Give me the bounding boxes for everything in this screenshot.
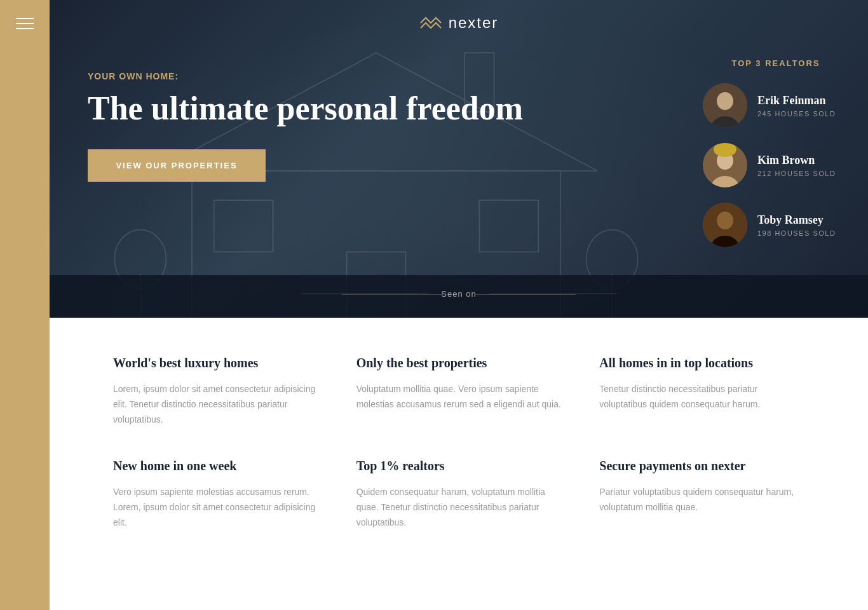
feature-text-1: Voluptatum mollitia quae. Vero ipsum sap…	[356, 382, 562, 412]
realtor-name-1: Erik Feinman	[757, 94, 836, 107]
realtors-panel: TOP 3 REALTORS Erik Feinman 245 HOUSES S…	[684, 46, 868, 275]
realtor-info-3: Toby Ramsey 198 HOUSES SOLD	[757, 214, 836, 237]
logo-text: nexter	[449, 14, 499, 32]
avatar-svg-1	[703, 83, 747, 128]
feature-title-0: World's best luxury homes	[113, 356, 318, 370]
main-wrapper: nexter YOUR OWN HOME: The ultimate perso…	[50, 0, 868, 569]
hamburger-line-1	[16, 18, 34, 19]
realtor-info-2: Kim Brown 212 HOUSES SOLD	[757, 154, 836, 177]
feature-title-1: Only the best properties	[356, 356, 562, 370]
feature-item-1: Only the best properties Voluptatum moll…	[356, 356, 562, 427]
realtor-avatar-3	[703, 203, 747, 247]
feature-title-5: Secure payments on nexter	[599, 459, 804, 473]
hero-subtitle: YOUR OWN HOME:	[88, 71, 646, 81]
realtor-avatar-1	[703, 83, 747, 128]
feature-item-3: New home in one week Vero ipsum sapiente…	[113, 459, 318, 530]
hero-content: YOUR OWN HOME: The ultimate personal fre…	[50, 46, 868, 275]
realtor-name-2: Kim Brown	[757, 154, 836, 167]
seen-on-bar: Seen on	[50, 275, 868, 313]
logo-arrows-icon	[419, 13, 442, 33]
cta-button[interactable]: VIEW OUR PROPERTIES	[88, 149, 266, 182]
feature-title-3: New home in one week	[113, 459, 318, 473]
feature-text-3: Vero ipsum sapiente molestias accusamus …	[113, 485, 318, 530]
features-section: World's best luxury homes Lorem, ipsum d…	[50, 318, 868, 569]
realtor-item-1: Erik Feinman 245 HOUSES SOLD	[703, 83, 849, 128]
navigation: nexter	[50, 0, 868, 46]
realtor-item-3: Toby Ramsey 198 HOUSES SOLD	[703, 203, 849, 247]
realtor-sold-3: 198 HOUSES SOLD	[757, 229, 836, 237]
sidebar	[0, 0, 50, 610]
svg-point-19	[717, 212, 733, 229]
realtors-title: TOP 3 REALTORS	[703, 58, 849, 68]
hamburger-line-2	[16, 23, 34, 24]
feature-item-4: Top 1% realtors Quidem consequatur harum…	[356, 459, 562, 530]
feature-item-0: World's best luxury homes Lorem, ipsum d…	[113, 356, 318, 427]
feature-text-5: Pariatur voluptatibus quidem consequatur…	[599, 485, 804, 515]
svg-point-12	[717, 92, 733, 110]
realtor-avatar-2	[703, 143, 747, 187]
avatar-svg-2	[703, 143, 747, 187]
feature-item-2: All homes in in top locations Tenetur di…	[599, 356, 804, 427]
seen-on-label: Seen on	[428, 289, 489, 299]
feature-text-4: Quidem consequatur harum, voluptatum mol…	[356, 485, 562, 530]
feature-title-2: All homes in in top locations	[599, 356, 804, 370]
realtor-sold-1: 245 HOUSES SOLD	[757, 110, 836, 118]
feature-text-0: Lorem, ipsum dolor sit amet consectetur …	[113, 382, 318, 427]
logo: nexter	[419, 13, 499, 33]
realtor-item-2: Kim Brown 212 HOUSES SOLD	[703, 143, 849, 187]
avatar-svg-3	[703, 203, 747, 247]
hero-title: The ultimate personal freedom	[88, 90, 532, 126]
hero-section: nexter YOUR OWN HOME: The ultimate perso…	[50, 0, 868, 318]
feature-text-2: Tenetur distinctio necessitatibus pariat…	[599, 382, 804, 412]
hamburger-menu[interactable]	[16, 18, 34, 29]
hero-text-area: YOUR OWN HOME: The ultimate personal fre…	[50, 46, 684, 275]
feature-item-5: Secure payments on nexter Pariatur volup…	[599, 459, 804, 530]
hamburger-line-3	[16, 28, 34, 29]
realtor-sold-2: 212 HOUSES SOLD	[757, 170, 836, 177]
realtor-name-3: Toby Ramsey	[757, 214, 836, 227]
feature-title-4: Top 1% realtors	[356, 459, 562, 473]
logo-icon	[419, 13, 442, 33]
realtor-info-1: Erik Feinman 245 HOUSES SOLD	[757, 94, 836, 118]
